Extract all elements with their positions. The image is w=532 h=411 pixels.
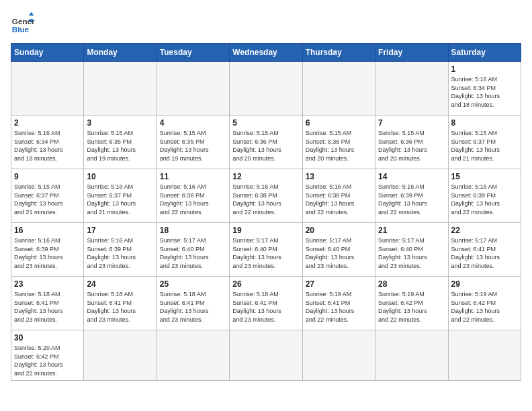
- day-number: 20: [306, 226, 372, 235]
- day-info: Sunrise: 5:18 AM Sunset: 6:41 PM Dayligh…: [232, 290, 299, 324]
- day-info: Sunrise: 5:15 AM Sunset: 6:37 PM Dayligh…: [451, 129, 518, 163]
- calendar-week-row: 16Sunrise: 5:16 AM Sunset: 6:39 PM Dayli…: [11, 223, 521, 277]
- day-number: 7: [378, 118, 445, 128]
- day-info: Sunrise: 5:15 AM Sunset: 6:35 PM Dayligh…: [87, 129, 153, 163]
- day-number: 11: [160, 172, 226, 181]
- calendar-day-cell: 16Sunrise: 5:16 AM Sunset: 6:39 PM Dayli…: [11, 223, 84, 277]
- calendar-day-cell: [84, 62, 157, 116]
- weekday-header: Friday: [375, 44, 448, 62]
- calendar-week-row: 2Sunrise: 5:16 AM Sunset: 6:34 PM Daylig…: [11, 116, 521, 169]
- day-number: 2: [14, 118, 81, 128]
- day-info: Sunrise: 5:17 AM Sunset: 6:40 PM Dayligh…: [232, 236, 299, 270]
- day-info: Sunrise: 5:15 AM Sunset: 6:36 PM Dayligh…: [232, 129, 299, 163]
- calendar-day-cell: 21Sunrise: 5:17 AM Sunset: 6:40 PM Dayli…: [375, 223, 448, 277]
- day-number: 21: [378, 226, 445, 235]
- calendar-day-cell: 11Sunrise: 5:16 AM Sunset: 6:38 PM Dayli…: [157, 169, 229, 223]
- calendar-day-cell: 23Sunrise: 5:18 AM Sunset: 6:41 PM Dayli…: [11, 277, 84, 330]
- calendar-day-cell: 12Sunrise: 5:16 AM Sunset: 6:38 PM Dayli…: [230, 169, 302, 223]
- weekday-header: Saturday: [448, 44, 521, 62]
- day-info: Sunrise: 5:16 AM Sunset: 6:38 PM Dayligh…: [232, 183, 299, 216]
- day-info: Sunrise: 5:19 AM Sunset: 6:42 PM Dayligh…: [451, 290, 518, 324]
- day-number: 26: [232, 279, 299, 289]
- day-info: Sunrise: 5:18 AM Sunset: 6:41 PM Dayligh…: [160, 290, 226, 324]
- calendar-day-cell: 25Sunrise: 5:18 AM Sunset: 6:41 PM Dayli…: [157, 277, 229, 330]
- day-info: Sunrise: 5:16 AM Sunset: 6:39 PM Dayligh…: [451, 183, 518, 216]
- day-number: 24: [87, 279, 153, 289]
- day-number: 23: [14, 279, 81, 289]
- calendar-day-cell: 5Sunrise: 5:15 AM Sunset: 6:36 PM Daylig…: [230, 116, 302, 169]
- calendar-day-cell: 30Sunrise: 5:20 AM Sunset: 6:42 PM Dayli…: [11, 330, 84, 381]
- day-info: Sunrise: 5:19 AM Sunset: 6:41 PM Dayligh…: [306, 290, 372, 324]
- svg-text:Blue: Blue: [12, 25, 30, 34]
- calendar-day-cell: 20Sunrise: 5:17 AM Sunset: 6:40 PM Dayli…: [302, 223, 375, 277]
- calendar-day-cell: 10Sunrise: 5:16 AM Sunset: 6:37 PM Dayli…: [84, 169, 157, 223]
- day-info: Sunrise: 5:17 AM Sunset: 6:40 PM Dayligh…: [160, 236, 226, 270]
- calendar-day-cell: 27Sunrise: 5:19 AM Sunset: 6:41 PM Dayli…: [302, 277, 375, 330]
- day-info: Sunrise: 5:16 AM Sunset: 6:39 PM Dayligh…: [87, 236, 153, 270]
- day-info: Sunrise: 5:17 AM Sunset: 6:40 PM Dayligh…: [306, 236, 372, 270]
- calendar-day-cell: [157, 330, 229, 381]
- day-number: 17: [87, 226, 153, 235]
- day-info: Sunrise: 5:15 AM Sunset: 6:36 PM Dayligh…: [378, 129, 445, 163]
- day-info: Sunrise: 5:15 AM Sunset: 6:37 PM Dayligh…: [14, 183, 81, 216]
- day-info: Sunrise: 5:20 AM Sunset: 6:42 PM Dayligh…: [14, 344, 81, 377]
- day-info: Sunrise: 5:18 AM Sunset: 6:41 PM Dayligh…: [14, 290, 81, 324]
- day-number: 5: [232, 118, 299, 128]
- day-info: Sunrise: 5:16 AM Sunset: 6:38 PM Dayligh…: [306, 183, 372, 216]
- calendar-day-cell: [230, 62, 302, 116]
- day-number: 4: [160, 118, 226, 128]
- day-info: Sunrise: 5:15 AM Sunset: 6:36 PM Dayligh…: [306, 129, 372, 163]
- weekday-header: Wednesday: [230, 44, 302, 62]
- logo: General Blue: [11, 11, 35, 35]
- weekday-header: Sunday: [11, 44, 84, 62]
- day-number: 28: [378, 279, 445, 289]
- day-number: 18: [160, 226, 226, 235]
- day-info: Sunrise: 5:16 AM Sunset: 6:38 PM Dayligh…: [160, 183, 226, 216]
- day-info: Sunrise: 5:17 AM Sunset: 6:41 PM Dayligh…: [451, 236, 518, 270]
- page-header: General Blue: [11, 11, 521, 35]
- day-number: 25: [160, 279, 226, 289]
- calendar-day-cell: 8Sunrise: 5:15 AM Sunset: 6:37 PM Daylig…: [448, 116, 521, 169]
- calendar-body: 1Sunrise: 5:16 AM Sunset: 6:34 PM Daylig…: [11, 62, 521, 381]
- day-number: 3: [87, 118, 153, 128]
- day-info: Sunrise: 5:17 AM Sunset: 6:40 PM Dayligh…: [378, 236, 445, 270]
- calendar-day-cell: 2Sunrise: 5:16 AM Sunset: 6:34 PM Daylig…: [11, 116, 84, 169]
- calendar-day-cell: [230, 330, 302, 381]
- day-info: Sunrise: 5:16 AM Sunset: 6:37 PM Dayligh…: [87, 183, 153, 216]
- calendar-day-cell: 24Sunrise: 5:18 AM Sunset: 6:41 PM Dayli…: [84, 277, 157, 330]
- calendar-day-cell: 18Sunrise: 5:17 AM Sunset: 6:40 PM Dayli…: [157, 223, 229, 277]
- day-number: 27: [306, 279, 372, 289]
- day-number: 12: [232, 172, 299, 181]
- day-number: 16: [14, 226, 81, 235]
- calendar-day-cell: [448, 330, 521, 381]
- day-info: Sunrise: 5:18 AM Sunset: 6:41 PM Dayligh…: [87, 290, 153, 324]
- calendar-day-cell: 13Sunrise: 5:16 AM Sunset: 6:38 PM Dayli…: [302, 169, 375, 223]
- day-info: Sunrise: 5:16 AM Sunset: 6:34 PM Dayligh…: [14, 129, 81, 163]
- calendar-day-cell: 17Sunrise: 5:16 AM Sunset: 6:39 PM Dayli…: [84, 223, 157, 277]
- calendar-day-cell: 9Sunrise: 5:15 AM Sunset: 6:37 PM Daylig…: [11, 169, 84, 223]
- day-number: 13: [306, 172, 372, 181]
- calendar-day-cell: [84, 330, 157, 381]
- weekday-header: Tuesday: [157, 44, 229, 62]
- day-info: Sunrise: 5:19 AM Sunset: 6:42 PM Dayligh…: [378, 290, 445, 324]
- weekday-header: Monday: [84, 44, 157, 62]
- calendar-day-cell: 3Sunrise: 5:15 AM Sunset: 6:35 PM Daylig…: [84, 116, 157, 169]
- day-number: 9: [14, 172, 81, 181]
- day-number: 14: [378, 172, 445, 181]
- day-number: 19: [232, 226, 299, 235]
- calendar-day-cell: 29Sunrise: 5:19 AM Sunset: 6:42 PM Dayli…: [448, 277, 521, 330]
- day-number: 1: [451, 64, 518, 74]
- day-number: 15: [451, 172, 518, 181]
- day-number: 6: [306, 118, 372, 128]
- day-number: 22: [451, 226, 518, 235]
- calendar-day-cell: [375, 62, 448, 116]
- calendar-day-cell: [375, 330, 448, 381]
- weekday-header: Thursday: [302, 44, 375, 62]
- calendar-header: SundayMondayTuesdayWednesdayThursdayFrid…: [11, 44, 521, 62]
- calendar-day-cell: 22Sunrise: 5:17 AM Sunset: 6:41 PM Dayli…: [448, 223, 521, 277]
- day-number: 10: [87, 172, 153, 181]
- calendar-day-cell: 19Sunrise: 5:17 AM Sunset: 6:40 PM Dayli…: [230, 223, 302, 277]
- calendar-day-cell: 4Sunrise: 5:15 AM Sunset: 6:35 PM Daylig…: [157, 116, 229, 169]
- day-info: Sunrise: 5:16 AM Sunset: 6:39 PM Dayligh…: [14, 236, 81, 270]
- day-number: 29: [451, 279, 518, 289]
